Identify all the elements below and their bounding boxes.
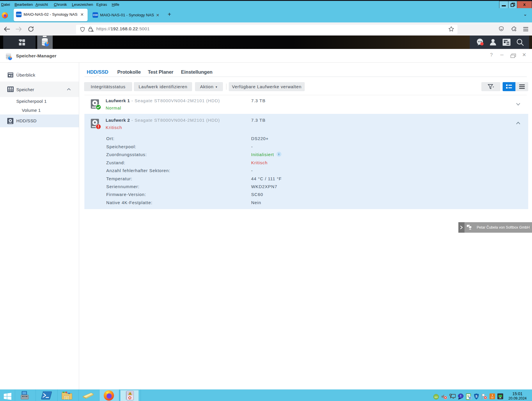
svg-text:S: S bbox=[475, 395, 477, 398]
svg-text:?: ? bbox=[469, 397, 471, 400]
svg-text:!: ! bbox=[460, 394, 461, 398]
svg-text:sbx: sbx bbox=[435, 396, 438, 398]
